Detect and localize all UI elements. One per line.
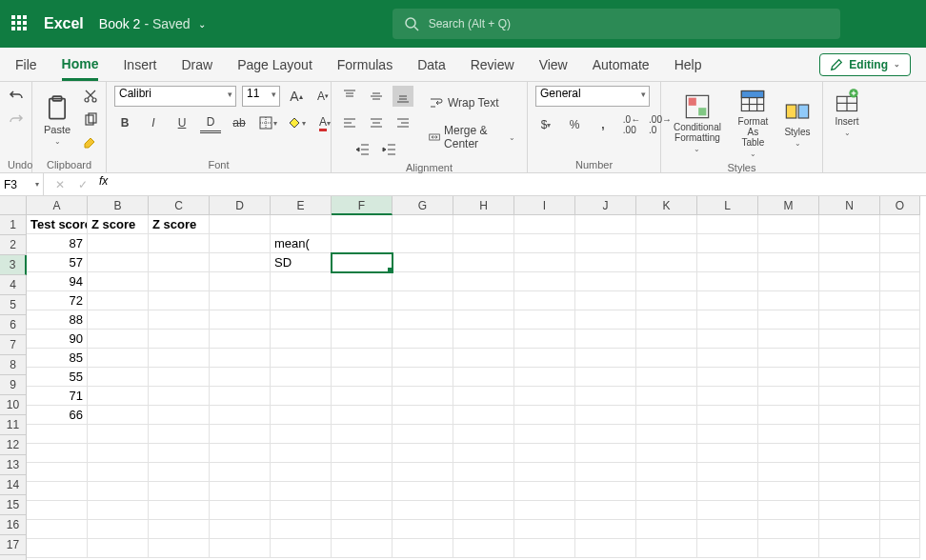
cell[interactable]: [636, 387, 697, 406]
formula-input[interactable]: [117, 173, 926, 195]
underline-button[interactable]: U: [171, 112, 192, 133]
cell[interactable]: [514, 463, 575, 482]
cell[interactable]: [575, 463, 636, 482]
cell[interactable]: [880, 330, 920, 349]
cell[interactable]: [758, 501, 819, 520]
column-header[interactable]: N: [819, 196, 880, 215]
cell[interactable]: [393, 387, 453, 406]
cell[interactable]: [758, 387, 819, 406]
cell[interactable]: [819, 463, 880, 482]
cell[interactable]: [880, 253, 920, 272]
cell[interactable]: [332, 291, 393, 310]
cell[interactable]: [758, 215, 819, 234]
cell[interactable]: [697, 387, 758, 406]
cell[interactable]: [271, 539, 332, 558]
cell[interactable]: [575, 425, 636, 444]
cell[interactable]: [210, 463, 271, 482]
cell[interactable]: [393, 349, 453, 368]
row-header[interactable]: 9: [0, 375, 27, 395]
cell[interactable]: [697, 234, 758, 253]
cell[interactable]: [880, 406, 920, 425]
cell[interactable]: [332, 234, 393, 253]
cell[interactable]: [453, 406, 514, 425]
cell[interactable]: [697, 310, 758, 330]
cell[interactable]: [271, 425, 332, 444]
cell[interactable]: [514, 444, 575, 463]
enter-formula-button[interactable]: ✓: [72, 174, 93, 195]
cell[interactable]: [453, 482, 514, 501]
cell[interactable]: [149, 349, 210, 368]
tab-home[interactable]: Home: [62, 50, 99, 81]
cell[interactable]: [332, 215, 393, 234]
double-underline-button[interactable]: D: [200, 112, 221, 133]
cell[interactable]: [332, 349, 393, 368]
row-header[interactable]: 10: [0, 395, 27, 415]
cell[interactable]: [453, 234, 514, 253]
cell[interactable]: Test score: [27, 215, 88, 234]
cell[interactable]: [636, 501, 697, 520]
cell[interactable]: [210, 520, 271, 539]
tab-draw[interactable]: Draw: [181, 50, 212, 79]
cell[interactable]: [271, 520, 332, 539]
cell[interactable]: [271, 272, 332, 291]
merge-center-button[interactable]: Merge & Center⌄: [425, 122, 519, 152]
cell[interactable]: [819, 234, 880, 253]
cell[interactable]: [575, 310, 636, 330]
cell[interactable]: [880, 215, 920, 234]
cell[interactable]: [27, 520, 88, 539]
cell[interactable]: [697, 253, 758, 272]
shrink-font-button[interactable]: A▾: [312, 86, 333, 107]
cell[interactable]: [636, 425, 697, 444]
cell[interactable]: [514, 406, 575, 425]
tab-file[interactable]: File: [15, 50, 37, 79]
cell[interactable]: [880, 310, 920, 330]
cell[interactable]: [758, 406, 819, 425]
cell[interactable]: [514, 368, 575, 387]
cell[interactable]: [697, 520, 758, 539]
row-header[interactable]: 4: [0, 275, 27, 295]
column-header[interactable]: M: [758, 196, 819, 215]
cell[interactable]: [575, 482, 636, 501]
cell[interactable]: [880, 425, 920, 444]
cell[interactable]: [210, 482, 271, 501]
cell[interactable]: 72: [27, 291, 88, 310]
cell[interactable]: [453, 387, 514, 406]
column-header[interactable]: J: [575, 196, 636, 215]
insert-cells-button[interactable]: Insert⌄: [831, 86, 863, 139]
cell[interactable]: [393, 330, 453, 349]
cell[interactable]: [453, 520, 514, 539]
cell[interactable]: [210, 215, 271, 234]
cell[interactable]: [271, 463, 332, 482]
cell[interactable]: [149, 234, 210, 253]
cell[interactable]: [453, 368, 514, 387]
cell[interactable]: [575, 368, 636, 387]
column-header[interactable]: L: [697, 196, 758, 215]
tab-automate[interactable]: Automate: [593, 50, 650, 79]
conditional-formatting-button[interactable]: Conditional Formatting⌄: [669, 91, 726, 155]
cell[interactable]: [575, 330, 636, 349]
column-header[interactable]: D: [210, 196, 271, 215]
cell[interactable]: [514, 215, 575, 234]
cell[interactable]: [393, 425, 453, 444]
cell[interactable]: [149, 482, 210, 501]
cell[interactable]: 57: [27, 253, 88, 272]
cell[interactable]: [453, 349, 514, 368]
cell[interactable]: [575, 291, 636, 310]
cell[interactable]: [819, 330, 880, 349]
cell[interactable]: [819, 368, 880, 387]
cell[interactable]: [880, 501, 920, 520]
cell[interactable]: [271, 330, 332, 349]
cell[interactable]: 55: [27, 368, 88, 387]
cell[interactable]: [332, 482, 393, 501]
strikethrough-button[interactable]: ab: [229, 112, 250, 133]
cell[interactable]: [758, 520, 819, 539]
italic-button[interactable]: I: [143, 112, 164, 133]
cell[interactable]: [393, 501, 453, 520]
editing-mode-button[interactable]: Editing ⌄: [819, 53, 911, 76]
cell[interactable]: [88, 234, 149, 253]
cell[interactable]: [453, 330, 514, 349]
cell[interactable]: [149, 272, 210, 291]
row-header[interactable]: 8: [0, 355, 27, 375]
cell[interactable]: [210, 272, 271, 291]
column-header[interactable]: O: [880, 196, 920, 215]
